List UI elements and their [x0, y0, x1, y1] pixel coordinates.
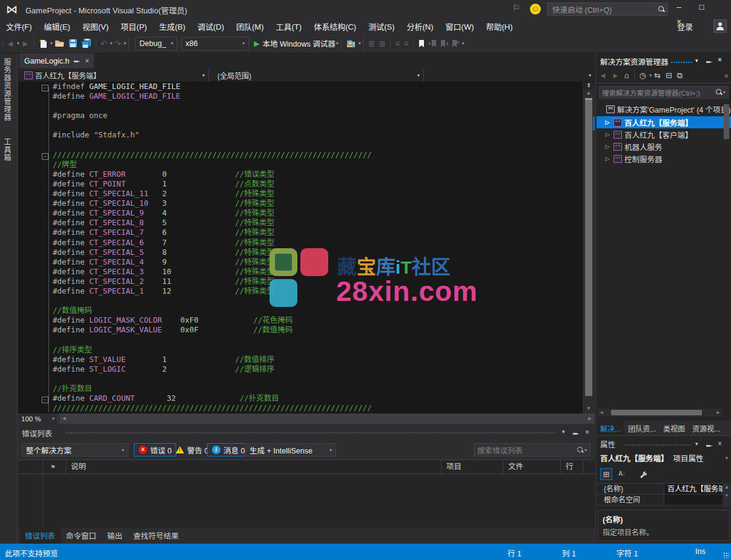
code-line[interactable]: #define CT_SPECIAL_7 6 //特殊类型 — [18, 228, 583, 237]
close-tab-icon[interactable]: × — [85, 57, 89, 65]
scroll-left-icon[interactable]: ◄ — [599, 409, 604, 417]
code-line[interactable] — [18, 140, 583, 150]
bottom-tab-1[interactable]: 命令窗口 — [61, 527, 102, 544]
server-explorer-vertical-tab[interactable]: 服务器资源管理器 — [2, 58, 12, 121]
toolbar-grip[interactable]: ⁞ — [2, 40, 2, 47]
property-value[interactable] — [664, 495, 731, 505]
code-line[interactable]: #define CT_SPECIAL_10 3 //特殊类型 — [18, 199, 583, 208]
code-line[interactable] — [18, 101, 583, 111]
pin-icon[interactable] — [706, 59, 712, 65]
save-all-icon[interactable] — [81, 39, 91, 48]
navigate-back-icon[interactable]: ◄ — [6, 39, 15, 48]
sync-with-active-icon[interactable]: ⇆ — [654, 71, 661, 80]
code-line[interactable]: #pragma once — [18, 111, 583, 120]
collapse-box-icon[interactable]: - — [42, 397, 48, 403]
error-search-input[interactable]: 搜索错误列表 ▾ — [474, 443, 590, 456]
column-project[interactable]: 项目 — [441, 460, 503, 475]
code-line[interactable]: #define CT_ERROR 0 //错误类型 — [18, 170, 583, 179]
bottom-tab-3[interactable]: 查找符号结果 — [128, 527, 184, 544]
scrollbar-thumb[interactable] — [611, 410, 702, 415]
open-file-icon[interactable] — [55, 39, 65, 48]
scrollbar-thumb[interactable] — [585, 98, 592, 396]
bottom-tab-2[interactable]: 输出 — [102, 527, 128, 544]
code-line[interactable]: #define CT_SPECIAL_2 11 //特殊类型 — [18, 277, 583, 286]
property-pages-wrench-icon[interactable] — [637, 468, 649, 480]
code-line[interactable]: ////////////////////////////////////////… — [18, 403, 583, 413]
next-bookmark-icon[interactable] — [440, 39, 448, 48]
user-avatar-icon[interactable] — [713, 19, 727, 33]
code-line[interactable]: #define CT_SPECIAL_9 4 //特殊类型 — [18, 208, 583, 218]
find-in-files-icon[interactable] — [346, 39, 356, 48]
menu-item-8[interactable]: 体系结构(C) — [308, 18, 362, 35]
code-line[interactable] — [18, 374, 583, 384]
code-line[interactable]: #define LOGIC_MASK_COLOR 0xF0 //花色掩码 — [18, 315, 583, 325]
undo-icon[interactable]: ↶ — [101, 39, 108, 48]
menu-item-4[interactable]: 生成(B) — [153, 18, 191, 35]
error-source-combo[interactable]: 生成 + IntelliSense▾ — [245, 443, 336, 456]
expand-arrow-icon[interactable]: ▷ — [604, 119, 611, 125]
scroll-down-icon[interactable]: ▼ — [723, 492, 731, 500]
error-scope-combo[interactable]: 整个解决方案▾ — [22, 443, 128, 456]
code-line[interactable]: #define CT_SPECIAL_3 10 //特殊类型 — [18, 267, 583, 277]
toggle-bookmark-icon[interactable] — [418, 39, 425, 48]
solution-v-scrollbar[interactable] — [723, 102, 730, 404]
code-line[interactable]: #define CT_SPECIAL_8 5 //特殊类型 — [18, 218, 583, 228]
close-icon[interactable]: × — [718, 440, 722, 448]
properties-scrollbar[interactable]: ▲ ▼ — [723, 483, 731, 507]
status-insert-mode[interactable]: Ins — [695, 547, 706, 556]
code-line[interactable]: //扑克数目 — [18, 384, 583, 394]
code-line[interactable] — [18, 335, 583, 344]
editor-zoom-combo[interactable]: 100 % ▾ — [18, 413, 58, 424]
menu-item-0[interactable]: 文件(F) — [0, 18, 38, 35]
tree-item-project-3[interactable]: ▷控制服务器 — [597, 153, 731, 165]
feedback-flag-icon[interactable]: ⚐ — [512, 3, 520, 13]
new-file-icon[interactable] — [39, 39, 48, 48]
increase-indent-icon[interactable]: ≡ — [403, 39, 408, 48]
menu-item-2[interactable]: 视图(V) — [76, 18, 114, 35]
menu-item-11[interactable]: 窗口(W) — [440, 18, 480, 35]
start-debugging-button[interactable]: ▶ 本地 Windows 调试器 ▾ — [254, 38, 338, 49]
menu-item-6[interactable]: 团队(M) — [230, 18, 270, 35]
code-line[interactable] — [18, 120, 583, 130]
property-row-0[interactable]: (名称)百人红九【服务端 — [597, 484, 731, 495]
resize-grip[interactable] — [723, 552, 729, 558]
maximize-button[interactable]: □ — [691, 0, 712, 15]
editor-vertical-scrollbar[interactable]: ⇕ ▲ ▼ — [583, 82, 595, 413]
comment-icon[interactable]: ≣ — [368, 39, 375, 48]
scroll-left-icon[interactable]: ◄ — [59, 413, 69, 424]
solution-config-combo[interactable]: Debug_▾ — [135, 37, 177, 50]
navigate-forward-icon[interactable]: ► — [21, 39, 30, 48]
feedback-smiley-icon[interactable]: ☺ — [530, 4, 541, 15]
solution-search-input[interactable]: 搜索解决方案资源管理器(Ctrl+;) ▾ — [599, 86, 729, 99]
code-line[interactable]: #define CT_POINT 1 //点数类型 — [18, 179, 583, 189]
save-icon[interactable] — [68, 39, 78, 48]
decrease-indent-icon[interactable]: ≡ — [395, 39, 400, 48]
redo-icon[interactable]: ↷ — [114, 39, 122, 48]
toolbox-vertical-tab[interactable]: 工具箱 — [2, 138, 12, 162]
split-editor-handle[interactable]: ⇕ — [583, 82, 595, 90]
nav-member-dropdown[interactable]: ▾ — [424, 68, 595, 82]
code-line[interactable]: #define CT_SPECIAL_4 9 //特殊类型 — [18, 257, 583, 267]
column-file[interactable]: 文件 — [503, 460, 560, 475]
code-line[interactable]: -///////////////////////////////////////… — [18, 150, 583, 160]
code-line[interactable]: #define CT_SPECIAL_6 7 //特殊类型 — [18, 238, 583, 248]
explorer-tab-1[interactable]: 团队资... — [624, 421, 660, 435]
quick-launch-input[interactable]: 快速启动 (Ctrl+Q) — [547, 2, 668, 16]
error-list-body[interactable] — [18, 475, 595, 528]
editor-horizontal-scrollbar[interactable]: ◄ ► — [59, 413, 595, 424]
nav-project-dropdown[interactable]: 百人红九【服务端】 ▾ — [18, 68, 209, 82]
menu-item-5[interactable]: 调试(D) — [191, 18, 230, 35]
messages-filter-button[interactable]: i 消息 0 — [207, 443, 250, 456]
code-line[interactable]: -#define CARD_COUNT 32 //扑克数目 — [18, 394, 583, 403]
solution-h-scrollbar[interactable]: ◄ ► — [598, 409, 722, 417]
panel-drag-grip[interactable] — [624, 444, 690, 447]
code-editor[interactable]: -#ifndef GAME_LOGIC_HEAD_FILE#define GAM… — [18, 82, 583, 413]
property-value[interactable]: 百人红九【服务端 — [664, 484, 731, 494]
clear-bookmarks-icon[interactable] — [452, 39, 460, 48]
minimize-button[interactable]: – — [669, 0, 689, 15]
code-line[interactable]: #define CT_SPECIAL_1 12 //特殊类型 — [18, 286, 583, 296]
show-all-files-icon[interactable]: ⧉ — [677, 71, 683, 81]
bottom-tab-0[interactable]: 错误列表 — [19, 527, 61, 544]
scroll-right-icon[interactable]: ► — [585, 413, 595, 424]
scroll-up-icon[interactable]: ▲ — [723, 483, 731, 492]
